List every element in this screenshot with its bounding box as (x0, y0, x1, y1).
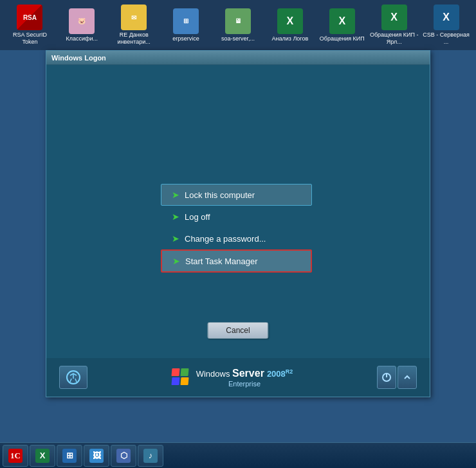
logoff-item[interactable]: ➤ Log off (161, 206, 312, 228)
desktop-icon-excel4[interactable]: X CSB - Серверная ... (421, 4, 471, 46)
windows-label: Windows (196, 369, 232, 379)
1c-icon: 1С (8, 449, 23, 463)
email-label: RE Данков инвентари... (109, 32, 159, 46)
task-manager-arrow-icon: ➤ (172, 256, 180, 266)
start-task-manager-item[interactable]: ➤ Start Task Manager (161, 249, 312, 273)
logon-dialog-title: Windows Logon (51, 54, 106, 62)
flag-yellow (180, 377, 188, 385)
power-buttons (377, 366, 417, 389)
flag-green (180, 368, 188, 376)
logon-body: ➤ Lock this computer ➤ Log off ➤ Change … (46, 65, 430, 397)
windows-branding: Windows Server2008R2 Enterprise (172, 368, 293, 388)
desktop-main: Windows Logon ➤ Lock this computer ➤ Log… (0, 50, 476, 442)
desktop-icon-soa[interactable]: 🖥 soa-server,... (214, 8, 263, 42)
email-icon: ✉ (121, 4, 147, 30)
logon-footer: Windows Server2008R2 Enterprise (46, 358, 430, 397)
excel3-icon: X (381, 4, 407, 30)
taskbar: 1С X ⊞ 🖼 ⬡ ♪ (0, 442, 476, 468)
taskbar-btn-1c[interactable]: 1С (3, 445, 28, 467)
desktop-icon-excel1[interactable]: X Анализ Логов (265, 8, 315, 42)
excel3-label: Обращения КИП - Ярл... (369, 32, 419, 46)
windows-server-label: Server (232, 368, 264, 379)
apps-taskbar-icon: ⊞ (62, 449, 77, 463)
power-icon (381, 372, 392, 382)
logon-menu: ➤ Lock this computer ➤ Log off ➤ Change … (161, 184, 315, 273)
desktop-icon-pig[interactable]: 🐷 Классифи... (57, 8, 107, 42)
soa-label: soa-server,... (221, 35, 255, 42)
accessibility-icon (66, 370, 81, 385)
excel4-icon: X (434, 4, 459, 30)
task-manager-label: Start Task Manager (185, 256, 257, 266)
flag-red (171, 368, 179, 376)
windows-flag-icon (172, 368, 190, 386)
pig-icon: 🐷 (69, 8, 95, 34)
sound-taskbar-icon: ♪ (143, 449, 158, 463)
windows-text: Windows Server2008R2 Enterprise (196, 368, 293, 388)
excel1-icon: X (277, 8, 303, 34)
desktop-icon-excel2[interactable]: X Обращения КИП (317, 8, 367, 42)
expand-button[interactable] (398, 366, 417, 389)
lock-computer-label: Lock this computer (185, 190, 255, 200)
rsa-label: RSA SecurID Token (5, 32, 55, 46)
taskbar-btn-pics[interactable]: 🖼 (84, 445, 109, 467)
pics-taskbar-icon: 🖼 (89, 449, 104, 463)
desktop-icon-bar: RSA RSA SecurID Token 🐷 Классифи... ✉ RE… (0, 0, 476, 50)
change-password-label: Change a password... (185, 234, 266, 244)
windows-version: 2008 (267, 369, 286, 379)
desktop-icon-excel3[interactable]: X Обращения КИП - Ярл... (369, 4, 419, 46)
windows-r2: R2 (286, 368, 293, 374)
rsa-icon: RSA (17, 4, 42, 30)
excel1-label: Анализ Логов (272, 35, 309, 42)
logoff-arrow-icon: ➤ (172, 212, 179, 222)
excel4-label: CSB - Серверная ... (421, 32, 471, 46)
logoff-label: Log off (185, 212, 210, 222)
soa-icon: 🖥 (225, 8, 251, 34)
excel-taskbar-icon: X (35, 449, 50, 463)
remote-taskbar-icon: ⬡ (116, 449, 131, 463)
taskbar-btn-remote[interactable]: ⬡ (111, 445, 136, 467)
windows-edition: Enterprise (196, 380, 293, 388)
logon-titlebar: Windows Logon (46, 51, 430, 65)
taskbar-btn-sound[interactable]: ♪ (138, 445, 163, 467)
change-password-item[interactable]: ➤ Change a password... (161, 228, 312, 249)
desktop-icon-rsa[interactable]: RSA RSA SecurID Token (5, 4, 55, 46)
lock-arrow-icon: ➤ (172, 190, 179, 200)
excel2-label: Обращения КИП (320, 35, 365, 42)
accessibility-button[interactable] (59, 366, 87, 389)
logon-dialog: Windows Logon ➤ Lock this computer ➤ Log… (46, 50, 430, 397)
taskbar-btn-excel[interactable]: X (30, 445, 55, 467)
windows-product-name: Windows Server2008R2 (196, 369, 293, 379)
lock-computer-item[interactable]: ➤ Lock this computer (161, 184, 312, 206)
pig-label: Классифи... (66, 35, 98, 42)
taskbar-btn-apps[interactable]: ⊞ (57, 445, 82, 467)
desktop-icon-email[interactable]: ✉ RE Данков инвентари... (109, 4, 159, 46)
expand-icon (403, 374, 411, 381)
erpservice-icon: ⊞ (173, 8, 199, 34)
windows-logo: Windows Server2008R2 Enterprise (172, 368, 293, 388)
erpservice-label: erpservice (172, 35, 199, 42)
cancel-button[interactable]: Cancel (207, 322, 268, 339)
desktop-icon-erpservice[interactable]: ⊞ erpservice (161, 8, 211, 42)
flag-blue (171, 377, 179, 385)
change-password-arrow-icon: ➤ (172, 233, 179, 244)
excel2-icon: X (329, 8, 355, 34)
power-button[interactable] (377, 366, 396, 389)
